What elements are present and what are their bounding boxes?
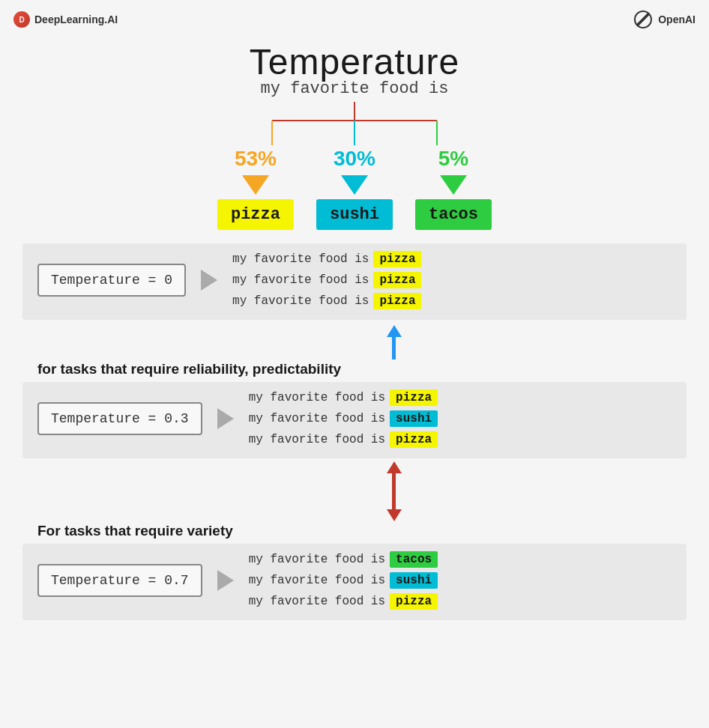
token-sushi: 30% sushi [316,147,393,230]
arrow-right-0 [201,270,217,291]
output-text-03-0: my favorite food is [249,391,385,404]
highlight-03-1: sushi [390,410,438,427]
output-text-0-1: my favorite food is [232,273,369,287]
output-07-2: my favorite food is pizza [249,593,672,610]
temp-section-0: Temperature = 0 my favorite food is pizz… [22,243,687,320]
token-tacos: 5% tacos [415,147,492,230]
temp-box-07: Temperature = 0.7 [37,564,202,597]
output-text-0-0: my favorite food is [232,252,369,266]
highlight-0-2: pizza [373,293,421,309]
temp-row-03: Temperature = 0.3 my favorite food is pi… [22,389,687,448]
output-text-07-2: my favorite food is [249,595,385,608]
deeplearning-label: DeepLearning.AI [34,13,118,25]
token-box-pizza: pizza [217,199,294,230]
pct-tacos: 5% [438,147,468,171]
highlight-07-1: sushi [390,572,438,589]
temp-section-07: Temperature = 0.7 my favorite food is ta… [22,544,687,620]
title-section: Temperature my favorite food is [250,41,459,98]
output-text-07-0: my favorite food is [249,553,385,566]
openai-icon [633,9,654,30]
highlight-07-0: tacos [390,551,438,568]
tree-diagram: 53% pizza 30% sushi 5% tacos [197,102,512,230]
arrow-shaft-red-down [392,491,396,509]
arrow-head-down-red [387,509,402,521]
arrow-head-up-red [387,461,402,473]
temp-row-07: Temperature = 0.7 my favorite food is ta… [22,551,687,610]
outputs-03: my favorite food is pizza my favorite fo… [249,389,672,448]
output-0-2: my favorite food is pizza [232,293,672,309]
between-1-2: For tasks that require variety [22,458,687,544]
arrow-shaft-red-up [392,473,396,491]
output-text-0-2: my favorite food is [232,294,369,308]
output-0-0: my favorite food is pizza [232,251,672,267]
outputs-07: my favorite food is tacos my favorite fo… [249,551,672,610]
deeplearning-icon: D [13,11,30,28]
main-content: Temperature my favorite food is 53% pizz… [0,34,709,728]
output-03-1: my favorite food is sushi [249,410,672,427]
output-0-1: my favorite food is pizza [232,272,672,288]
temp-row-0: Temperature = 0 my favorite food is pizz… [22,251,687,309]
arrow-pizza [242,175,269,195]
arrow-head-up-blue [387,325,402,337]
openai-logo: OpenAI [633,9,696,30]
page-subtitle: my favorite food is [250,79,459,98]
highlight-0-1: pizza [373,272,421,288]
temp-box-0: Temperature = 0 [37,264,186,297]
tree-lines-svg [220,102,489,147]
openai-label: OpenAI [658,13,696,25]
arrow-tacos [440,175,467,195]
arrow-sushi [341,175,368,195]
output-text-03-2: my favorite food is [249,433,385,446]
pct-sushi: 30% [334,147,375,171]
description-0: for tasks that require reliability, pred… [22,361,687,377]
token-pizza: 53% pizza [217,147,294,230]
token-box-sushi: sushi [316,199,393,230]
output-text-03-1: my favorite food is [249,412,385,425]
temp-section-03: Temperature = 0.3 my favorite food is pi… [22,382,687,458]
token-box-tacos: tacos [415,199,492,230]
highlight-0-0: pizza [373,251,421,267]
output-text-07-1: my favorite food is [249,574,385,587]
arrow-shaft-blue [392,337,396,360]
temperature-sections: Temperature = 0 my favorite food is pizz… [22,243,687,620]
output-03-0: my favorite food is pizza [249,389,672,406]
page-title: Temperature [250,41,459,82]
output-07-0: my favorite food is tacos [249,551,672,568]
token-row: 53% pizza 30% sushi 5% tacos [217,147,492,230]
highlight-03-0: pizza [390,389,438,406]
pct-pizza: 53% [235,147,277,171]
highlight-03-2: pizza [390,431,438,448]
output-07-1: my favorite food is sushi [249,572,672,589]
temp-box-03: Temperature = 0.3 [37,402,202,435]
between-0-1: for tasks that require reliability, pred… [22,320,687,382]
arrow-right-07 [217,570,234,591]
highlight-07-2: pizza [390,593,438,610]
arrow-up-blue [101,325,687,360]
arrow-right-03 [217,408,234,429]
outputs-0: my favorite food is pizza my favorite fo… [232,251,672,309]
deeplearning-logo: D DeepLearning.AI [13,11,118,28]
arrow-both-red [101,461,687,521]
description-1: For tasks that require variety [22,523,687,539]
output-03-2: my favorite food is pizza [249,431,672,448]
